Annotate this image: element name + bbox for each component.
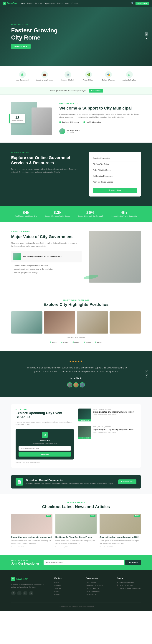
justice-icon: ⚖ <box>126 71 133 78</box>
subscribe-email-input[interactable] <box>19 446 71 451</box>
portfolio-tag-2[interactable]: # envato <box>61 341 68 343</box>
download-button[interactable]: Download Files <box>118 480 136 484</box>
footer-dept-admin[interactable]: City Administration <box>86 590 110 592</box>
footer-logo-icon: T <box>11 577 15 581</box>
event-card-2[interactable]: October 2022 28 Oct, 11 - Wed, 12:00 PM … <box>78 426 136 441</box>
download-banner: 📄 Download Recent Documents Praesent com… <box>0 475 152 494</box>
footer-explore-title: Explore <box>54 577 78 579</box>
social-linkedin[interactable]: in <box>23 591 27 596</box>
nav-link-home[interactable]: Home <box>20 2 25 4</box>
hero-cta-button[interactable]: Discover More <box>11 44 31 49</box>
service-item-business[interactable]: 🏢 Business & Industry <box>57 70 79 83</box>
newsletter-subscribe-button[interactable]: Subscribe <box>125 560 141 565</box>
news-meta-1: November 24, 2022 <box>11 546 52 548</box>
subscribe-button[interactable]: Subscribe <box>19 452 71 456</box>
footer-brand: T TownGov The governing official guide t… <box>11 577 47 596</box>
subscribe-title: Subscribe <box>19 439 71 442</box>
portfolio-image-1[interactable] <box>11 312 42 334</box>
stat-average: 4th Average Costs of Home Ownership <box>111 210 137 218</box>
news-image-1: News <box>11 514 52 534</box>
stat-people-number: 84k <box>15 210 37 215</box>
newsletter-email-input[interactable] <box>44 560 124 565</box>
os-service-1[interactable]: Planning Permission › <box>93 156 137 162</box>
quick-services-button[interactable]: Get Service <box>89 89 103 92</box>
news-image-2: News <box>55 514 97 534</box>
nav-link-pages[interactable]: Pages <box>27 2 32 4</box>
service-item-forest[interactable]: 🌿 Forest & Nature <box>79 70 98 83</box>
hero-arrow-up[interactable]: ▲ <box>144 32 148 36</box>
event-card-1[interactable]: October 2022 28 Oct, 11 - Wed, 12:00 PM … <box>78 408 136 424</box>
footer-departments-title: Departments <box>86 577 110 579</box>
service-item-justice[interactable]: ⚖ Justice Safety Info <box>119 70 140 83</box>
event-info-1: 28 Oct, 11 - Wed, 12:00 PM Organizing 20… <box>93 408 136 422</box>
social-twitter[interactable]: t <box>17 591 22 596</box>
portfolio-image-3[interactable] <box>77 312 108 334</box>
footer-link-services[interactable]: Services <box>54 588 78 589</box>
portfolio-tag-dot-2: # <box>61 341 62 343</box>
subscribe-box: ✉ Subscribe Get latest news & a story in… <box>16 429 74 460</box>
nav-link-departments[interactable]: Departments <box>44 2 54 4</box>
os-service-3[interactable]: Order Birth Certificate › <box>93 167 137 173</box>
mv-bullet-1: Ensuring that the first generation do th… <box>11 265 82 267</box>
service-item-government[interactable]: 🏛 Your Government <box>12 70 33 83</box>
nav-link-events[interactable]: Events <box>57 2 62 4</box>
mv-bullet-list: Ensuring that the first generation do th… <box>11 265 82 274</box>
news-card-1[interactable]: News Supporting local business to bounce… <box>11 514 52 548</box>
testimonial-arrow-down[interactable]: ▼ <box>145 374 148 378</box>
footer-link-about[interactable]: About Us <box>54 584 78 586</box>
nav-link-contact[interactable]: Contact <box>71 2 78 4</box>
news-card-3[interactable]: News Save soil and save world project in… <box>100 514 141 548</box>
logo[interactable]: T TownGov <box>3 2 17 5</box>
nav-link-news[interactable]: News <box>65 2 69 4</box>
footer-link-news[interactable]: News <box>54 590 78 592</box>
culture-icon: 🎭 <box>105 71 112 78</box>
service-item-culture[interactable]: 🎭 Culture & Tourism <box>98 70 119 83</box>
portfolio-tag-5[interactable]: # envato <box>95 341 102 343</box>
footer-link-home[interactable]: Home <box>54 582 78 584</box>
os-tag: Services Online <box>11 152 82 154</box>
newsletter-tag: Free Tips & More <box>11 560 39 561</box>
os-text: Praesent commodo cursus magna, vel scele… <box>11 168 82 174</box>
portfolio-tag-label-4: envato <box>86 342 91 343</box>
services-bar: 🏛 Your Government 💼 Jobs & Unemployment … <box>0 66 152 87</box>
portfolio-tag-1[interactable]: # envato <box>50 341 57 343</box>
nav-link-services[interactable]: Services <box>35 2 42 4</box>
business-icon: 🏢 <box>64 71 71 78</box>
os-discover-button[interactable]: Discover More <box>93 188 137 193</box>
news-card-2[interactable]: News Resilience for TownGov Green Projec… <box>55 514 97 548</box>
testimonial-avatar-3[interactable] <box>80 382 85 388</box>
testimonial-avatars <box>11 382 141 388</box>
author-name: Mr. Mayor Martin <box>67 130 80 132</box>
portfolio-tag-3[interactable]: # envato <box>73 341 80 343</box>
testimonial-avatar-1[interactable] <box>67 382 72 388</box>
footer-dept-traffic[interactable]: City Traffic Dept <box>86 594 110 595</box>
social-youtube[interactable]: yt <box>29 591 33 596</box>
footer-dept-education[interactable]: City Education Dept <box>86 588 110 589</box>
search-icon[interactable]: 🔍 <box>131 2 134 4</box>
service-item-jobs[interactable]: 💼 Jobs & Unemployment <box>33 70 57 83</box>
newsletter-title: Join Our Newsletter <box>11 562 39 565</box>
os-service-2[interactable]: File Your Tax Return › <box>93 162 137 167</box>
online-services-section: Services Online Explore our Online Gover… <box>0 142 152 206</box>
major-voice-content: About the Mayor Major Voice of City Gove… <box>11 231 82 275</box>
event-image-1: October 2022 <box>78 408 91 422</box>
logo-icon: T <box>3 2 6 5</box>
portfolio-tags: # envato # envato # envato # envato # en… <box>11 341 141 343</box>
os-service-4[interactable]: Get Building Permission › <box>93 173 137 179</box>
portfolio-tag-4[interactable]: # envato <box>84 341 91 343</box>
major-voice-section: About the Mayor Major Voice of City Gove… <box>0 222 152 292</box>
footer-link-contact[interactable]: Contact <box>54 594 78 595</box>
hero-arrow-down[interactable]: ▼ <box>144 36 148 40</box>
cta-button[interactable]: Search Here <box>135 2 149 5</box>
feature-business-label: Business & Economy <box>62 121 79 123</box>
social-facebook[interactable]: f <box>11 591 16 596</box>
portfolio-image-4[interactable] <box>110 312 141 334</box>
footer-dept-health[interactable]: City of Health <box>86 582 110 584</box>
testimonial-arrow-up[interactable]: ▲ <box>145 370 148 374</box>
newsletter-section: Free Tips & More Join Our Newsletter Sub… <box>0 555 152 570</box>
footer-dept-housing[interactable]: Department of Housing <box>86 584 110 586</box>
os-service-5[interactable]: Apply for Driving License › <box>93 179 137 185</box>
events-tag: City Events <box>16 408 74 410</box>
portfolio-image-2[interactable] <box>44 312 75 334</box>
testimonial-avatar-2[interactable] <box>73 382 79 388</box>
